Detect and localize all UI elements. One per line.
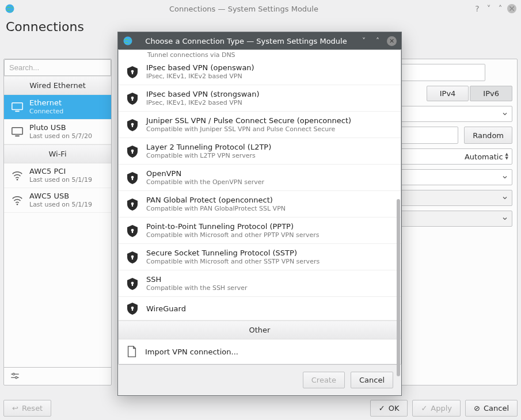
vpn-desc: IPsec, IKEv1, IKEv2 based VPN (146, 72, 254, 80)
vpn-title: PAN Global Protect (openconnect) (146, 196, 286, 204)
vpn-item[interactable]: PAN Global Protect (openconnect)Compatib… (119, 191, 401, 217)
shield-icon (126, 197, 139, 211)
sidebar-toolbar (4, 367, 111, 385)
wifi-icon (11, 194, 24, 207)
vpn-item[interactable]: WireGuard (119, 297, 401, 320)
chevron-down-icon[interactable]: ˅ (359, 36, 368, 45)
ok-button[interactable]: ✓ OK (370, 400, 408, 417)
configure-icon[interactable] (10, 371, 105, 381)
vpn-item[interactable]: Point-to-Point Tunneling Protocol (PPTP)… (119, 217, 401, 244)
vpn-item-import[interactable]: Import VPN connection... (119, 339, 401, 364)
close-icon[interactable]: ✕ (387, 36, 397, 46)
sidebar-item-ethernet[interactable]: Ethernet Connected (4, 95, 111, 120)
search-input[interactable] (4, 59, 111, 76)
vpn-title: OpenVPN (146, 169, 264, 178)
window-title: Connections — System Settings Module (15, 5, 473, 13)
combo-label: Automatic (465, 152, 503, 161)
conn-status: Last used on 5/1/19 (29, 201, 92, 208)
conn-status: Last used on 5/7/20 (29, 132, 92, 140)
dialog-title: Choose a Connection Type — System Settin… (138, 37, 355, 45)
spinner-icon: ▲▼ (505, 152, 508, 161)
conn-name: AWC5 PCI (29, 167, 92, 176)
shield-icon (126, 224, 139, 238)
monitor-icon (11, 125, 24, 138)
connections-sidebar: Wired Ethernet Ethernet Connected Pluto … (3, 59, 112, 385)
vpn-desc: Compatible with Juniper SSL VPN and Puls… (146, 125, 351, 133)
vpn-title: Layer 2 Tunneling Protocol (L2TP) (146, 143, 271, 151)
vpn-title: WireGuard (146, 304, 186, 313)
vpn-title: Secure Socket Tunneling Protocol (SSTP) (146, 249, 320, 257)
vpn-title: IPsec based VPN (openswan) (146, 63, 254, 72)
dialog-cancel-button[interactable]: Cancel (351, 372, 393, 388)
app-globe-icon (123, 36, 133, 46)
conn-status: Last used on 5/1/19 (29, 176, 92, 184)
shield-icon (126, 277, 139, 291)
shield-icon (126, 301, 139, 315)
vpn-desc: IPsec, IKEv1, IKEv2 based VPN (146, 99, 260, 106)
vpn-title: SSH (146, 275, 247, 284)
vpn-desc: Compatible with Microsoft and other SSTP… (146, 258, 320, 265)
vpn-item[interactable]: Juniper SSL VPN / Pulse Connect Secure (… (119, 112, 401, 138)
group-wired: Wired Ethernet (4, 76, 111, 95)
help-icon[interactable]: ? (473, 4, 482, 13)
app-globe-icon (5, 3, 15, 14)
sidebar-item-awc5-pci[interactable]: AWC5 PCI Last used on 5/1/19 (4, 163, 111, 188)
group-wifi: Wi-Fi (4, 144, 111, 163)
vpn-item[interactable]: IPsec based VPN (openswan)IPsec, IKEv1, … (119, 59, 401, 85)
sidebar-item-awc5-usb[interactable]: AWC5 USB Last used on 5/1/19 (4, 188, 111, 213)
cancel-button[interactable]: ⊘ Cancel (465, 400, 518, 417)
shield-icon (126, 91, 139, 105)
vpn-desc: Compatible with PAN GlobalProtect SSL VP… (146, 205, 286, 212)
shield-icon (126, 65, 139, 79)
connection-type-list[interactable]: Tunnel connections via DNS IPsec based V… (118, 49, 401, 365)
group-other: Other (119, 320, 401, 339)
vpn-item[interactable]: IPsec based VPN (strongswan)IPsec, IKEv1… (119, 85, 401, 112)
tab-ipv4[interactable]: IPv4 (427, 86, 469, 101)
window-titlebar: Connections — System Settings Module ? ˅… (0, 0, 521, 17)
random-button[interactable]: Random (464, 127, 512, 144)
shield-icon (126, 118, 139, 132)
vpn-item[interactable]: Secure Socket Tunneling Protocol (SSTP)C… (119, 244, 401, 270)
conn-name: Pluto USB (29, 124, 92, 132)
vpn-item[interactable]: SSHCompatible with the SSH server (119, 270, 401, 297)
reset-button: ↩ Reset (3, 400, 51, 417)
shield-icon (126, 171, 139, 185)
conn-name: Ethernet (29, 99, 63, 108)
vpn-title: Import VPN connection... (145, 348, 238, 356)
scrollbar-thumb[interactable] (397, 199, 400, 376)
dialog-titlebar[interactable]: Choose a Connection Type — System Settin… (118, 32, 401, 49)
close-icon[interactable]: ✕ (507, 4, 516, 13)
conn-status: Connected (29, 108, 63, 115)
create-button: Create (303, 372, 345, 388)
chevron-up-icon[interactable]: ˄ (373, 36, 382, 45)
vpn-title: Juniper SSL VPN / Pulse Connect Secure (… (146, 116, 351, 125)
monitor-icon (11, 101, 24, 113)
tab-ipv6[interactable]: IPv6 (470, 86, 512, 101)
conn-name: AWC5 USB (29, 192, 92, 201)
window-footer: ↩ Reset ✓ OK ✓ Apply ⊘ Cancel (3, 400, 518, 417)
apply-button: ✓ Apply (412, 400, 461, 417)
vpn-desc: Compatible with the OpenVPN server (146, 178, 264, 186)
chevron-up-icon[interactable]: ˄ (496, 4, 505, 13)
shield-icon (126, 144, 139, 158)
vpn-title: Point-to-Point Tunneling Protocol (PPTP) (146, 222, 319, 231)
wifi-icon (11, 169, 24, 182)
shield-icon (126, 250, 139, 264)
chevron-down-icon[interactable]: ˅ (484, 4, 493, 13)
vpn-truncated-desc: Tunnel connections via DNS (119, 50, 401, 59)
sidebar-item-pluto[interactable]: Pluto USB Last used on 5/7/20 (4, 120, 111, 144)
vpn-item[interactable]: Layer 2 Tunneling Protocol (L2TP)Compati… (119, 138, 401, 165)
choose-connection-dialog: Choose a Connection Type — System Settin… (117, 32, 402, 396)
vpn-desc: Compatible with the SSH server (146, 284, 247, 292)
vpn-title: IPsec based VPN (strongswan) (146, 90, 260, 98)
document-icon (126, 344, 138, 359)
vpn-item[interactable]: OpenVPNCompatible with the OpenVPN serve… (119, 165, 401, 191)
vpn-desc: Compatible with L2TP VPN servers (146, 152, 271, 159)
vpn-desc: Compatible with Microsoft and other PPTP… (146, 231, 319, 239)
